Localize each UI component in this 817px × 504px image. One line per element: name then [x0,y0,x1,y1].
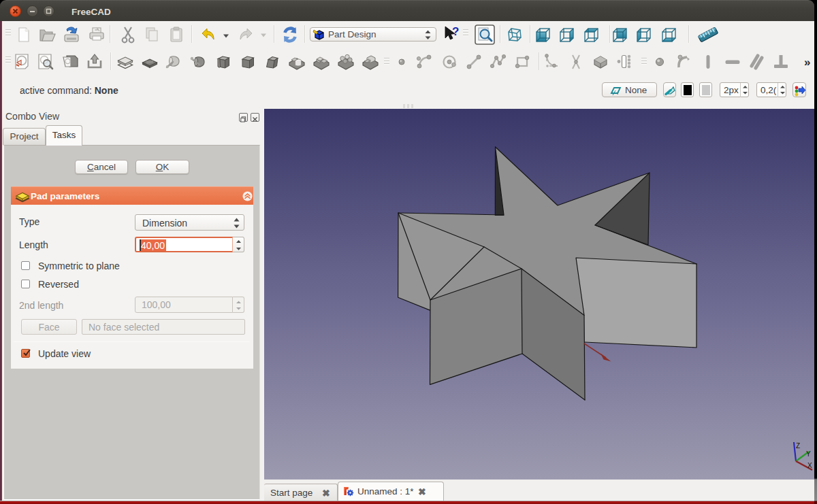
svg-text:Z: Z [796,442,800,450]
svg-text:?: ? [452,25,459,38]
svg-text:X: X [807,462,812,469]
svg-text:Y: Y [806,450,811,458]
